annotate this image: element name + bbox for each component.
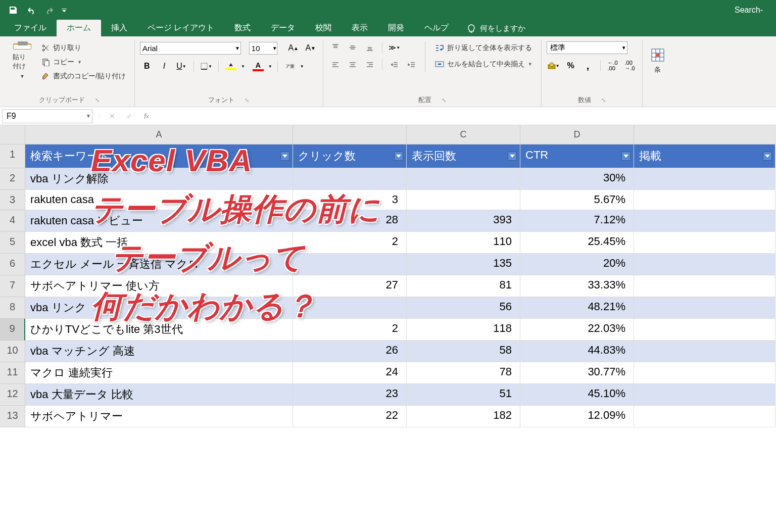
tell-me-search[interactable]: 何をしますか xyxy=(459,21,534,36)
row-header[interactable]: 7 xyxy=(0,275,25,297)
table-cell[interactable]: マクロ 連続実行 xyxy=(25,362,293,384)
copy-button[interactable]: コピー ▼ xyxy=(38,56,129,69)
cancel-formula-button[interactable]: ✕ xyxy=(105,110,119,122)
row-header[interactable]: 6 xyxy=(0,254,25,275)
format-painter-button[interactable]: 書式のコピー/貼り付け xyxy=(38,70,129,83)
cut-button[interactable]: 切り取り xyxy=(38,41,129,55)
table-cell[interactable] xyxy=(293,254,407,275)
table-cell[interactable]: サボヘアトリマー 使い方 xyxy=(25,275,293,297)
decrease-font-button[interactable]: A▼ xyxy=(304,41,318,55)
tab-formulas[interactable]: 数式 xyxy=(224,20,261,36)
table-cell[interactable] xyxy=(634,341,775,362)
spreadsheet-grid[interactable]: ACD1検索キーワードクリック数表示回数CTR掲載2vba リンク解除30%3r… xyxy=(0,125,776,427)
decrease-decimal-button[interactable]: .00→.0 xyxy=(623,59,637,72)
column-header[interactable] xyxy=(293,125,407,144)
font-launcher[interactable]: ⤡ xyxy=(245,97,249,104)
table-cell[interactable]: 3 xyxy=(293,190,407,210)
tab-insert[interactable]: 挿入 xyxy=(101,20,137,36)
table-header[interactable]: CTR xyxy=(520,144,634,168)
table-cell[interactable]: vba マッチング 高速 xyxy=(25,341,293,362)
row-header[interactable]: 3 xyxy=(0,190,25,210)
table-cell[interactable]: 393 xyxy=(407,210,520,232)
row-header[interactable]: 9 xyxy=(0,319,25,341)
table-cell[interactable] xyxy=(634,232,775,254)
table-cell[interactable] xyxy=(634,319,775,341)
tab-file[interactable]: ファイル xyxy=(4,20,57,36)
clipboard-launcher[interactable]: ⤡ xyxy=(95,97,100,104)
table-cell[interactable] xyxy=(634,210,775,232)
table-cell[interactable]: 81 xyxy=(407,275,520,297)
align-center-button[interactable] xyxy=(346,59,360,71)
number-launcher[interactable]: ⤡ xyxy=(601,97,606,104)
table-cell[interactable]: 51 xyxy=(407,384,520,406)
increase-font-button[interactable]: A▲ xyxy=(286,41,301,55)
tab-view[interactable]: 表示 xyxy=(342,20,378,36)
table-cell[interactable]: ひかりTVどこでもlite 第3世代 xyxy=(25,319,293,341)
table-cell[interactable]: 22 xyxy=(293,406,407,427)
column-header[interactable]: A xyxy=(25,125,293,144)
table-cell[interactable] xyxy=(634,362,775,384)
column-header[interactable] xyxy=(634,125,775,144)
accounting-format-button[interactable]: ▼ xyxy=(547,59,561,72)
filter-dropdown-button[interactable] xyxy=(763,152,772,161)
orientation-button[interactable]: ≫▼ xyxy=(387,41,402,54)
percent-format-button[interactable]: % xyxy=(564,59,578,72)
table-cell[interactable]: 25.45% xyxy=(520,232,634,254)
table-cell[interactable]: 44.83% xyxy=(520,341,634,362)
table-cell[interactable]: 30.77% xyxy=(520,362,634,384)
table-cell[interactable]: 2 xyxy=(293,232,407,254)
table-header[interactable]: 表示回数 xyxy=(407,144,520,168)
phonetic-button[interactable]: ア亜 xyxy=(283,60,297,73)
row-header[interactable]: 1 xyxy=(0,144,25,168)
fill-color-button[interactable] xyxy=(224,60,238,73)
table-cell[interactable]: 30% xyxy=(520,168,634,190)
table-cell[interactable]: vba リンク xyxy=(25,297,293,319)
underline-button[interactable]: U▼ xyxy=(174,60,188,73)
table-cell[interactable]: 110 xyxy=(407,232,520,254)
table-cell[interactable] xyxy=(634,190,775,210)
table-cell[interactable]: 20% xyxy=(520,254,634,275)
tab-review[interactable]: 校閲 xyxy=(305,20,342,36)
table-cell[interactable] xyxy=(407,168,520,190)
tab-pagelayout[interactable]: ページ レイアウト xyxy=(137,20,224,36)
select-all-corner[interactable] xyxy=(0,125,25,144)
table-cell[interactable]: 56 xyxy=(407,297,520,319)
table-cell[interactable]: vba リンク解除 xyxy=(25,168,293,190)
alignment-launcher[interactable]: ⤡ xyxy=(442,97,446,104)
table-cell[interactable]: サボヘアトリマー xyxy=(25,406,293,427)
table-cell[interactable]: 2 xyxy=(293,319,407,341)
table-header[interactable]: 掲載 xyxy=(634,144,775,168)
align-left-button[interactable] xyxy=(328,59,343,71)
insert-function-button[interactable]: fx xyxy=(139,110,154,122)
table-cell[interactable]: 7.12% xyxy=(520,210,634,232)
increase-decimal-button[interactable]: ←.0.00 xyxy=(606,59,620,72)
italic-button[interactable]: I xyxy=(157,60,171,73)
filter-dropdown-button[interactable] xyxy=(280,152,289,161)
table-cell[interactable] xyxy=(634,297,775,319)
align-bottom-button[interactable] xyxy=(363,41,377,54)
qat-customize-button[interactable] xyxy=(60,3,69,17)
font-color-button[interactable]: A xyxy=(251,60,265,73)
bold-button[interactable]: B xyxy=(140,60,154,73)
filter-dropdown-button[interactable] xyxy=(508,152,517,161)
table-cell[interactable]: 28 xyxy=(293,210,407,232)
comma-format-button[interactable]: , xyxy=(581,59,595,72)
paste-button[interactable]: 貼り付け ▼ xyxy=(9,41,35,81)
conditional-format-button[interactable]: 条 xyxy=(648,41,668,81)
table-cell[interactable]: 118 xyxy=(407,319,520,341)
table-cell[interactable]: 58 xyxy=(407,341,520,362)
table-cell[interactable]: 33.33% xyxy=(520,275,634,297)
table-cell[interactable]: 78 xyxy=(407,362,520,384)
table-cell[interactable] xyxy=(634,168,775,190)
table-cell[interactable] xyxy=(293,297,407,319)
table-cell[interactable]: 182 xyxy=(407,406,520,427)
align-middle-button[interactable] xyxy=(346,41,360,54)
table-cell[interactable]: excel vba 数式 一括 xyxy=(25,232,293,254)
row-header[interactable]: 4 xyxy=(0,210,25,232)
table-cell[interactable]: 135 xyxy=(407,254,520,275)
table-cell[interactable]: vba 大量データ 比較 xyxy=(25,384,293,406)
row-header[interactable]: 10 xyxy=(0,341,25,362)
row-header[interactable]: 12 xyxy=(0,384,25,406)
table-cell[interactable]: 24 xyxy=(293,362,407,384)
row-header[interactable]: 5 xyxy=(0,232,25,254)
